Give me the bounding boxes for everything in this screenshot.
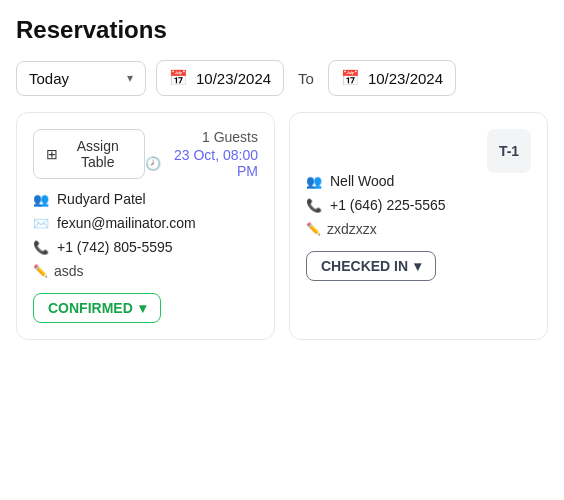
chevron-down-icon: ▾	[127, 71, 133, 85]
note-row-2: ✏️ zxdzxzx	[306, 221, 531, 237]
datetime-value: 23 Oct, 08:00 PM	[165, 147, 259, 179]
clock-icon: 🕗	[145, 156, 161, 171]
reservation-card-2: T-1 👥 Nell Wood 📞 +1 (646) 225-5565 ✏️ z…	[289, 112, 548, 340]
edit-icon-2: ✏️	[306, 222, 321, 236]
status-label-2: CHECKED IN	[321, 258, 408, 274]
status-badge-checked-in[interactable]: CHECKED IN ▾	[306, 251, 436, 281]
datetime-display: 🕗 23 Oct, 08:00 PM	[145, 147, 259, 179]
from-date-value: 10/23/2024	[196, 70, 271, 87]
assign-table-button[interactable]: ⊞ Assign Table	[33, 129, 145, 179]
reservation-card-1: ⊞ Assign Table 1 Guests 🕗 23 Oct, 08:00 …	[16, 112, 275, 340]
card-header-2: T-1	[306, 129, 531, 173]
calendar-icon-2: 📅	[341, 69, 360, 87]
to-date-input[interactable]: 📅 10/23/2024	[328, 60, 456, 96]
email-icon: ✉️	[33, 216, 49, 231]
guest-name: Rudyard Patel	[57, 191, 146, 207]
guests-datetime: 1 Guests 🕗 23 Oct, 08:00 PM	[145, 129, 259, 179]
phone-row: 📞 +1 (742) 805-5595	[33, 239, 258, 255]
phone-icon: 📞	[33, 240, 49, 255]
phone-row-2: 📞 +1 (646) 225-5565	[306, 197, 531, 213]
chevron-down-icon-status: ▾	[139, 300, 146, 316]
guest-name-2: Nell Wood	[330, 173, 394, 189]
assign-table-label: Assign Table	[64, 138, 132, 170]
table-icon: ⊞	[46, 146, 58, 162]
email-row: ✉️ fexun@mailinator.com	[33, 215, 258, 231]
filter-bar: Today ▾ 📅 10/23/2024 To 📅 10/23/2024	[16, 60, 548, 96]
status-label: CONFIRMED	[48, 300, 133, 316]
guest-email: fexun@mailinator.com	[57, 215, 196, 231]
person-icon-2: 👥	[306, 174, 322, 189]
table-badge: T-1	[487, 129, 531, 173]
page-title: Reservations	[16, 16, 548, 44]
to-date-value: 10/23/2024	[368, 70, 443, 87]
guest-name-row: 👥 Rudyard Patel	[33, 191, 258, 207]
chevron-down-icon-status-2: ▾	[414, 258, 421, 274]
note-text-2: zxdzxzx	[327, 221, 377, 237]
guest-phone: +1 (742) 805-5595	[57, 239, 173, 255]
guest-name-row-2: 👥 Nell Wood	[306, 173, 531, 189]
to-label: To	[294, 70, 318, 87]
guest-phone-2: +1 (646) 225-5565	[330, 197, 446, 213]
person-icon: 👥	[33, 192, 49, 207]
period-value: Today	[29, 70, 69, 87]
from-date-input[interactable]: 📅 10/23/2024	[156, 60, 284, 96]
card-header-1: ⊞ Assign Table 1 Guests 🕗 23 Oct, 08:00 …	[33, 129, 258, 179]
cards-row: ⊞ Assign Table 1 Guests 🕗 23 Oct, 08:00 …	[16, 112, 548, 340]
calendar-icon: 📅	[169, 69, 188, 87]
status-badge-confirmed[interactable]: CONFIRMED ▾	[33, 293, 161, 323]
edit-icon: ✏️	[33, 264, 48, 278]
guests-count: 1 Guests	[145, 129, 259, 145]
period-dropdown[interactable]: Today ▾	[16, 61, 146, 96]
note-text: asds	[54, 263, 84, 279]
note-row: ✏️ asds	[33, 263, 258, 279]
phone-icon-2: 📞	[306, 198, 322, 213]
